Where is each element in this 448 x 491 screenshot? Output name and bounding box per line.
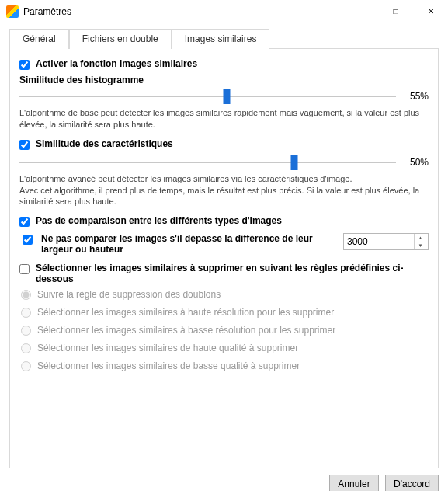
rule-high-res-label: Sélectionner les images similaires à hau… <box>37 307 334 318</box>
rule-low-res-radio <box>21 326 31 336</box>
similar-images-panel: Activer la fonction images similaires Si… <box>9 48 439 468</box>
rules-radio-group: Suivre la règle de suppression des doubl… <box>21 289 429 371</box>
dim-diff-input-wrap: ▲ ▼ <box>343 233 429 250</box>
rule-low-q-radio <box>21 361 31 371</box>
feature-checkbox[interactable] <box>19 140 30 150</box>
select-rules-checkbox[interactable] <box>19 264 30 274</box>
dialog-footer: Annuler D'accord <box>0 475 448 491</box>
feature-help: L'algorithme avancé peut détecter les im… <box>19 173 429 208</box>
tab-bar: Général Fichiers en double Images simila… <box>0 23 448 48</box>
title-bar: Paramètres — □ ✕ <box>0 0 448 23</box>
window-title: Paramètres <box>23 6 71 17</box>
histogram-value: 55% <box>402 91 429 102</box>
enable-similar-checkbox[interactable] <box>19 60 30 70</box>
maximize-button[interactable]: □ <box>378 0 413 23</box>
dim-diff-spinner[interactable]: ▲ ▼ <box>414 234 426 249</box>
rule-follow-dup-label: Suivre la règle de suppression des doubl… <box>37 289 221 300</box>
tab-duplicate-files[interactable]: Fichiers en double <box>69 29 172 49</box>
rule-low-res-label: Sélectionner les images similaires à bas… <box>37 325 335 336</box>
app-icon <box>6 5 19 18</box>
cancel-button[interactable]: Annuler <box>329 475 379 491</box>
histogram-title: Similitude des histogramme <box>19 75 429 85</box>
feature-label: Similitude des caractéristiques <box>36 138 173 149</box>
tab-general[interactable]: Général <box>9 29 69 49</box>
rule-high-q-radio <box>21 343 31 353</box>
no-cross-type-label: Pas de comparaison entre les différents … <box>36 215 282 226</box>
histogram-slider[interactable] <box>19 89 396 104</box>
spin-up-icon[interactable]: ▲ <box>415 234 426 242</box>
rule-high-res-radio <box>21 308 31 318</box>
dim-diff-label: Ne pas comparer les images s'il dépasse … <box>41 233 337 255</box>
histogram-help: L'algorithme de base peut détecter les i… <box>19 107 429 131</box>
rule-high-q-label: Sélectionner les images similaires de ha… <box>37 343 298 353</box>
dim-diff-input[interactable] <box>344 234 414 249</box>
enable-similar-label: Activer la fonction images similaires <box>36 58 197 69</box>
spin-down-icon[interactable]: ▼ <box>415 242 426 250</box>
select-rules-label: Sélectionner les images similaires à sup… <box>36 263 429 284</box>
feature-slider[interactable] <box>19 155 396 170</box>
feature-value: 50% <box>402 157 429 168</box>
tab-similar-images[interactable]: Images similaires <box>172 29 270 49</box>
no-cross-type-checkbox[interactable] <box>19 217 30 227</box>
minimize-button[interactable]: — <box>343 0 378 23</box>
ok-button[interactable]: D'accord <box>385 475 439 491</box>
close-button[interactable]: ✕ <box>413 0 448 23</box>
rule-follow-dup-radio <box>21 290 31 300</box>
rule-low-q-label: Sélectionner les images similaires de ba… <box>37 360 300 371</box>
dim-diff-checkbox[interactable] <box>23 235 33 245</box>
